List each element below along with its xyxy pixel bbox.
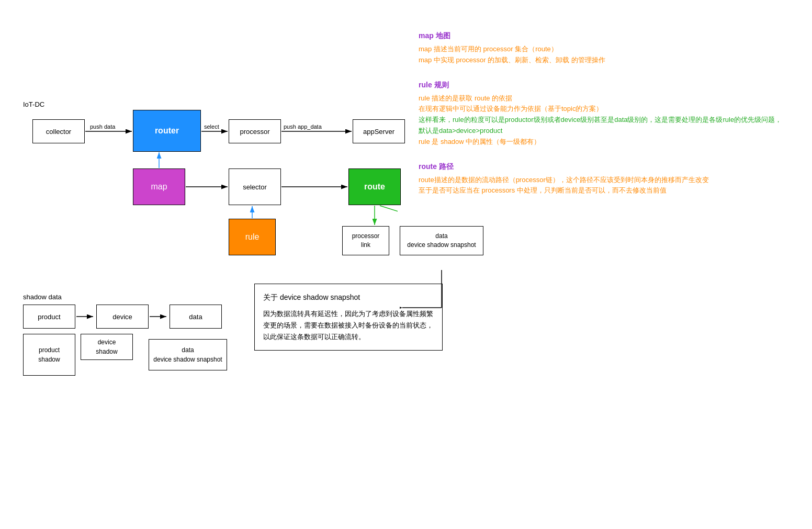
iot-dc-label: IoT-DC: [23, 100, 44, 108]
shadow-arrow-2: [149, 305, 170, 329]
map-body: map 描述当前可用的 processor 集合（route） map 中实现 …: [419, 44, 785, 66]
shadow-row-2: productshadow deviceshadow datadevice sh…: [23, 334, 227, 376]
node-map: map: [133, 168, 185, 205]
shadow-node-device: device: [96, 305, 149, 329]
route-body: route描述的是数据的流动路径（processor链），这个路径不应该受到时间…: [419, 175, 785, 197]
shadow-node-product: product: [23, 305, 75, 329]
svg-text:push data: push data: [90, 123, 116, 130]
right-panel: map 地图 map 描述当前可用的 processor 集合（route） m…: [408, 31, 795, 196]
node-route: route: [348, 168, 401, 205]
svg-line-14: [380, 206, 398, 225]
svg-text:select: select: [204, 123, 219, 130]
route-title: route 路径: [419, 162, 785, 172]
shadow-node-data-snapshot: datadevice shadow snapshot: [149, 339, 227, 370]
node-appserver: appServer: [353, 119, 405, 143]
node-processor: processor: [229, 119, 281, 143]
node-collector: collector: [32, 119, 85, 143]
diagram-arrows: push data select push app_data: [0, 0, 398, 314]
map-section: map 地图 map 描述当前可用的 processor 集合（route） m…: [419, 31, 785, 66]
shadow-arrow-1: [75, 305, 96, 329]
node-router: router: [133, 110, 201, 152]
rule-title: rule 规则: [419, 81, 785, 90]
node-selector: selector: [229, 168, 281, 205]
svg-text:push app_data: push app_data: [284, 123, 322, 130]
about-box: 关于 device shadow snapshot 因为数据流转具有延迟性，因此…: [254, 284, 443, 351]
shadow-data-label: shadow data: [23, 293, 62, 301]
node-data-shadow: datadevice shadow snapshot: [400, 226, 483, 255]
shadow-node-product-shadow: productshadow: [23, 334, 75, 376]
about-title: 关于 device shadow snapshot: [263, 291, 434, 304]
shadow-node-data: data: [170, 305, 222, 329]
node-proc-link: processorlink: [342, 226, 389, 255]
shadow-row-1: product device data: [23, 305, 222, 329]
node-rule: rule: [229, 219, 276, 255]
shadow-col-2: deviceshadow: [75, 334, 149, 360]
about-body: 因为数据流转具有延迟性，因此为了考虑到设备属性频繁变更的场景，需要在数据被接入时…: [263, 308, 434, 343]
map-title: map 地图: [419, 31, 785, 41]
shadow-node-device-shadow: deviceshadow: [81, 334, 133, 360]
rule-body: rule 描述的是获取 route 的依据 在现有逻辑中可以通过设备能力作为依据…: [419, 93, 785, 148]
route-section: route 路径 route描述的是数据的流动路径（processor链），这个…: [419, 162, 785, 197]
rule-section: rule 规则 rule 描述的是获取 route 的依据 在现有逻辑中可以通过…: [419, 81, 785, 148]
